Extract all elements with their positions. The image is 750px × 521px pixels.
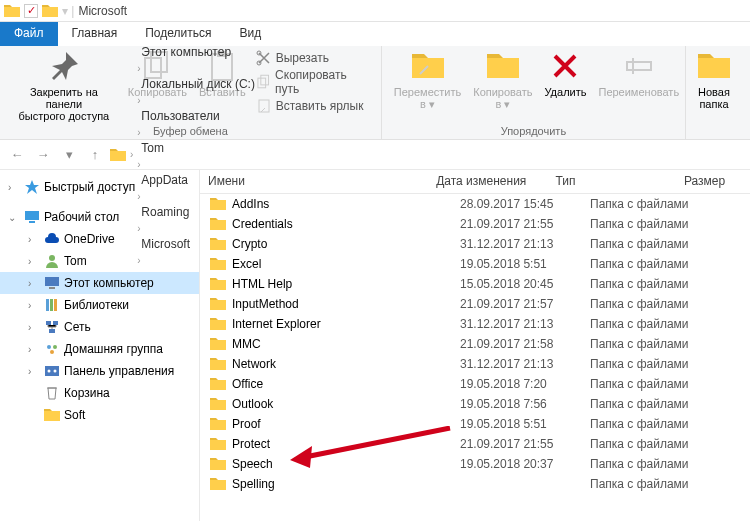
breadcrumb-segment[interactable]: Этот компьютер — [137, 43, 259, 61]
copy-to-icon — [487, 50, 519, 82]
folder-icon — [210, 396, 226, 412]
tree-desktop[interactable]: ⌄ Рабочий стол — [0, 206, 199, 228]
breadcrumb-segment[interactable]: Пользователи — [137, 107, 259, 125]
folder-icon — [210, 256, 226, 272]
folder-icon — [210, 356, 226, 372]
list-item[interactable]: AddIns28.09.2017 15:45Папка с файлами — [200, 194, 750, 214]
tree-recycle-bin[interactable]: Корзина — [0, 382, 199, 404]
chevron-right-icon[interactable]: › — [137, 159, 140, 170]
chevron-right-icon[interactable]: › — [137, 95, 140, 106]
chevron-right-icon[interactable]: › — [137, 63, 140, 74]
qat-checkbox-icon[interactable]: ✓ — [24, 4, 38, 18]
list-item[interactable]: Network31.12.2017 21:13Папка с файлами — [200, 354, 750, 374]
svg-rect-27 — [45, 366, 59, 376]
tree-control-panel[interactable]: › Панель управления — [0, 360, 199, 382]
folder-icon — [210, 336, 226, 352]
user-icon — [44, 253, 60, 269]
list-item[interactable]: Proof19.05.2018 5:51Папка с файлами — [200, 414, 750, 434]
tab-home[interactable]: Главная — [58, 22, 132, 46]
svg-point-24 — [47, 345, 51, 349]
copy-to-button[interactable]: Копировать в ▾ — [467, 48, 538, 112]
folder-icon — [210, 376, 226, 392]
caret-right-icon[interactable]: › — [8, 182, 20, 193]
svg-point-25 — [53, 345, 57, 349]
svg-point-15 — [49, 255, 55, 261]
svg-point-29 — [54, 370, 57, 373]
file-list[interactable]: Имени Дата изменения Тип Размер AddIns28… — [200, 170, 750, 521]
folder-icon — [210, 476, 226, 492]
svg-rect-9 — [627, 62, 651, 70]
nav-forward-button[interactable]: → — [32, 144, 54, 166]
list-item[interactable]: Crypto31.12.2017 21:13Папка с файлами — [200, 234, 750, 254]
folder-icon — [210, 196, 226, 212]
folder-icon — [210, 236, 226, 252]
delete-button[interactable]: Удалить — [538, 48, 592, 100]
caret-right-icon[interactable]: › — [28, 322, 40, 333]
tree-libraries[interactable]: › Библиотеки — [0, 294, 199, 316]
move-to-icon — [412, 50, 444, 82]
svg-point-26 — [50, 350, 54, 354]
svg-rect-13 — [25, 211, 39, 220]
folder-icon — [44, 407, 60, 423]
caret-right-icon[interactable]: › — [28, 366, 40, 377]
move-to-button[interactable]: Переместить в ▾ — [388, 48, 467, 112]
column-name[interactable]: Имени — [200, 170, 428, 193]
nav-up-button[interactable]: ↑ — [84, 144, 106, 166]
nav-back-button[interactable]: ← — [6, 144, 28, 166]
breadcrumb-segment[interactable]: Локальный диск (C:) — [137, 75, 259, 93]
tab-file[interactable]: Файл — [0, 22, 58, 46]
network-icon — [44, 319, 60, 335]
list-item[interactable]: Protect21.09.2017 21:55Папка с файлами — [200, 434, 750, 454]
titlebar: ✓ ▾ | Microsoft — [0, 0, 750, 22]
column-size[interactable]: Размер — [676, 170, 750, 193]
recycle-bin-icon — [44, 385, 60, 401]
caret-right-icon[interactable]: › — [28, 300, 40, 311]
homegroup-icon — [44, 341, 60, 357]
tree-user[interactable]: › Tom — [0, 250, 199, 272]
list-item[interactable]: Speech19.05.2018 20:37Папка с файлами — [200, 454, 750, 474]
list-item[interactable]: MMC21.09.2017 21:58Папка с файлами — [200, 334, 750, 354]
pin-to-quick-access-button[interactable]: Закрепить на панели быстрого доступа — [6, 48, 122, 124]
column-type[interactable]: Тип — [548, 170, 676, 193]
paste-shortcut-button[interactable]: Вставить ярлык — [256, 98, 371, 114]
folder-icon — [4, 3, 20, 19]
list-item[interactable]: Credentials21.09.2017 21:55Папка с файла… — [200, 214, 750, 234]
nav-recent-button[interactable]: ▾ — [58, 144, 80, 166]
chevron-right-icon[interactable]: › — [137, 127, 140, 138]
star-icon — [24, 179, 40, 195]
list-item[interactable]: InputMethod21.09.2017 21:57Папка с файла… — [200, 294, 750, 314]
caret-right-icon[interactable]: › — [28, 256, 40, 267]
caret-down-icon[interactable]: ⌄ — [8, 212, 20, 223]
column-date[interactable]: Дата изменения — [428, 170, 547, 193]
chevron-right-icon[interactable]: › — [130, 149, 133, 160]
caret-right-icon[interactable]: › — [28, 344, 40, 355]
pin-icon — [48, 50, 80, 82]
svg-rect-21 — [46, 321, 51, 325]
list-item[interactable]: Internet Explorer31.12.2017 21:13Папка с… — [200, 314, 750, 334]
tree-homegroup[interactable]: › Домашняя группа — [0, 338, 199, 360]
list-item[interactable]: Excel19.05.2018 5:51Папка с файлами — [200, 254, 750, 274]
control-panel-icon — [44, 363, 60, 379]
cut-button[interactable]: Вырезать — [256, 50, 371, 66]
tree-onedrive[interactable]: › OneDrive — [0, 228, 199, 250]
new-folder-button[interactable]: Новая папка — [692, 48, 736, 112]
caret-right-icon[interactable]: › — [28, 278, 40, 289]
desktop-icon — [24, 209, 40, 225]
list-item[interactable]: HTML Help15.05.2018 20:45Папка с файлами — [200, 274, 750, 294]
breadcrumb-segment[interactable]: Tom — [137, 139, 259, 157]
rename-icon — [623, 50, 655, 82]
copy-path-button[interactable]: Скопировать путь — [256, 68, 371, 96]
cloud-icon — [44, 231, 60, 247]
ribbon: Закрепить на панели быстрого доступа Коп… — [0, 46, 750, 140]
tree-soft-folder[interactable]: Soft — [0, 404, 199, 426]
tree-quick-access[interactable]: › Быстрый доступ — [0, 176, 199, 198]
caret-right-icon[interactable]: › — [28, 234, 40, 245]
tree-network[interactable]: › Сеть — [0, 316, 199, 338]
navigation-tree[interactable]: › Быстрый доступ ⌄ Рабочий стол › OneDri… — [0, 170, 200, 521]
tree-this-pc[interactable]: › Этот компьютер — [0, 272, 199, 294]
window-title: Microsoft — [78, 4, 127, 18]
list-item[interactable]: SpellingПапка с файлами — [200, 474, 750, 494]
list-item[interactable]: Outlook19.05.2018 7:56Папка с файлами — [200, 394, 750, 414]
list-item[interactable]: Office19.05.2018 7:20Папка с файлами — [200, 374, 750, 394]
rename-button[interactable]: Переименовать — [592, 48, 685, 100]
